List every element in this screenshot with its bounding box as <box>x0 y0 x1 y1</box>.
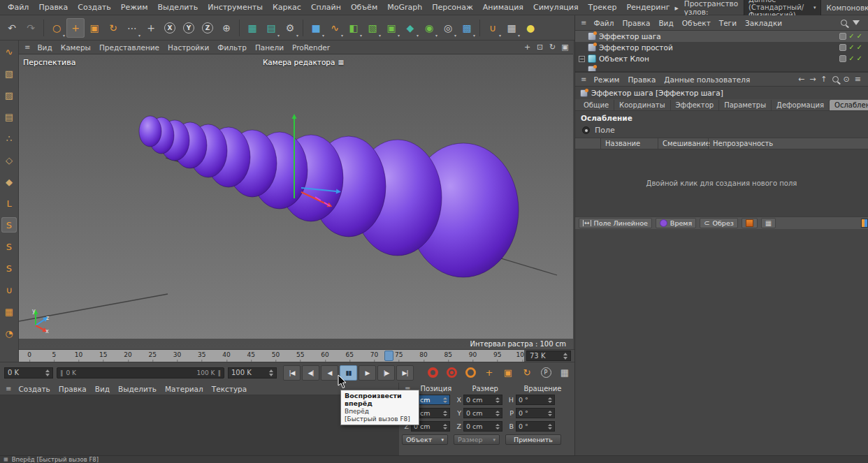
viewport-view-label[interactable]: Перспектива <box>23 58 75 67</box>
next-frame-button[interactable]: ▶ <box>359 365 376 381</box>
viewport-menu-6[interactable]: Панели <box>251 43 288 52</box>
key-scale-toggle[interactable]: ▣ <box>500 365 516 381</box>
menubar-item-2[interactable]: Правка <box>34 1 73 13</box>
prev-key-button[interactable]: ◀| <box>302 365 319 381</box>
timeline-playhead[interactable] <box>384 351 393 361</box>
menubar-item-1[interactable]: Файл <box>3 1 34 13</box>
y-axis-lock-button[interactable]: Y <box>180 18 198 38</box>
enabled-check[interactable]: ✓ <box>848 33 854 40</box>
search-icon[interactable] <box>832 76 839 82</box>
toggle-view-icon[interactable]: ▣ <box>560 43 570 52</box>
axis-mode-icon[interactable]: L <box>1 196 17 211</box>
volume-button[interactable]: ▩▾ <box>458 18 476 38</box>
coordinate-mode-select[interactable]: Объект ▾ <box>402 434 448 445</box>
redo-icon[interactable]: ↷ <box>22 18 40 38</box>
editor-camera-label[interactable]: Камера редактора ▦ <box>263 58 344 66</box>
attribute-menu-2[interactable]: Правка <box>623 75 660 84</box>
rotate-view-icon[interactable]: ↻ <box>547 43 558 52</box>
layer-chip[interactable] <box>839 33 846 40</box>
back-icon[interactable]: ← <box>798 75 804 84</box>
object-manager-burger-icon[interactable]: ≡ <box>578 19 589 27</box>
coord-field-rotation-H[interactable]: 0 ° <box>516 395 555 405</box>
edges-mode-icon[interactable]: ◇ <box>1 152 17 168</box>
object-menu-5[interactable]: Теги <box>715 18 741 28</box>
panel-edge-icon[interactable] <box>861 219 868 228</box>
last-tools-dropdown[interactable]: ⋯▾ <box>123 18 141 38</box>
range-end-field[interactable]: 100 K <box>228 367 277 379</box>
autokey-button[interactable] <box>443 365 460 381</box>
search-icon[interactable] <box>841 20 847 26</box>
magnet-icon[interactable]: ∪ <box>1 282 17 297</box>
viewport-menu-3[interactable]: Представление <box>95 43 164 52</box>
tab-falloff[interactable]: Координаты <box>614 100 670 110</box>
workplane-button[interactable]: ▦▾ <box>502 18 521 38</box>
interactive-render-lamp[interactable]: ● <box>521 18 540 38</box>
texture-mode-icon[interactable]: ▨ <box>1 87 17 103</box>
filter-icon[interactable] <box>853 20 860 25</box>
node-space-caret[interactable]: ▸ <box>674 3 678 12</box>
field-clamp-button[interactable]: ⊂Обрез <box>700 218 738 228</box>
field-extra-button[interactable]: ▦ <box>761 218 776 228</box>
character-button[interactable]: ◉▾ <box>420 18 438 38</box>
preview-range-slider[interactable]: ∥ 0 K 100 K ∥ <box>57 367 224 379</box>
tab-falloff[interactable]: Деформация <box>772 100 830 110</box>
apply-button[interactable]: Применить <box>505 434 561 445</box>
subdivision-surface-button[interactable]: ◧▾ <box>345 18 363 38</box>
attribute-menu-1[interactable]: Режим <box>589 75 623 84</box>
menubar-item-3[interactable]: Создать <box>73 1 116 13</box>
tab-active-falloff[interactable]: Ослабление <box>830 100 868 110</box>
field-linear-button[interactable]: ↔Поле Линейное <box>579 218 652 228</box>
spline-pen-button[interactable]: ∿▾ <box>326 18 344 38</box>
field-list-empty-area[interactable]: Двойной клик для создания нового поля <box>575 149 868 216</box>
viewport-menu-4[interactable]: Настройки <box>164 43 213 52</box>
viewport-menu-2[interactable]: Камеры <box>57 43 95 52</box>
deformer-button[interactable]: ▧▾ <box>363 18 382 38</box>
zoom-view-icon[interactable]: ⊡ <box>535 43 545 52</box>
layer-chip[interactable] <box>839 44 846 51</box>
coord-field-rotation-P[interactable]: 0 ° <box>516 408 555 418</box>
object-row-4[interactable] <box>575 64 868 73</box>
goto-start-button[interactable]: |◀ <box>283 365 301 381</box>
coord-field-rotation-B[interactable]: 0 ° <box>516 421 555 432</box>
pan-view-icon[interactable]: + <box>522 43 533 52</box>
key-parameter-toggle[interactable]: P <box>537 365 554 381</box>
move-tool[interactable]: + <box>66 18 85 38</box>
field-column-header-1[interactable]: Название <box>600 138 658 149</box>
panel-menu-icon[interactable]: ≡ <box>855 75 861 84</box>
menubar-item-8[interactable]: Сплайн <box>306 1 346 13</box>
quantize-mode-icon[interactable]: S <box>1 260 17 276</box>
range-end-spinner[interactable] <box>269 369 273 376</box>
size-mode-select[interactable]: Размер ▾ <box>454 434 500 445</box>
enabled-check-2[interactable]: ✓ <box>857 44 862 51</box>
render-settings-button[interactable]: ⚙▾ <box>281 18 299 38</box>
menubar-item-7[interactable]: Каркас <box>268 1 306 13</box>
object-row-1[interactable]: Эффектор шага✓✓ <box>575 31 868 42</box>
x-axis-lock-button[interactable]: X <box>161 18 179 38</box>
material-menu-1[interactable]: Создать <box>14 384 54 394</box>
material-menu-5[interactable]: Материал <box>161 384 208 394</box>
menubar-item-12[interactable]: Анимация <box>478 1 528 13</box>
snap-magnet-button[interactable]: ∪▾ <box>484 18 502 38</box>
coord-field-size-Z[interactable]: 0 cm <box>463 421 502 432</box>
next-key-button[interactable]: |▶ <box>377 365 395 381</box>
coord-field-size-Y[interactable]: 0 cm <box>463 408 502 418</box>
menubar-item-9[interactable]: Объём <box>346 1 382 13</box>
menubar-item-5[interactable]: Выделить <box>153 1 203 13</box>
field-spinner[interactable] <box>548 424 552 429</box>
field-spinner[interactable] <box>496 411 500 416</box>
object-row-3[interactable]: −Объект Клон✓✓ <box>575 53 868 64</box>
field-remap-button[interactable] <box>742 218 758 228</box>
viewport-menu-7[interactable]: ProRender <box>288 43 334 52</box>
object-menu-4[interactable]: Объект <box>678 18 715 28</box>
field-spinner[interactable] <box>548 411 552 416</box>
scale-tool[interactable]: ▣ <box>85 18 103 38</box>
tweak-mode-icon[interactable]: ◔ <box>1 325 17 341</box>
viewport-burger-icon[interactable]: ≡ <box>22 43 33 51</box>
prev-frame-button[interactable]: ◀ <box>321 365 338 381</box>
field-spinner[interactable] <box>443 397 447 403</box>
enabled-check[interactable]: ✓ <box>848 44 854 51</box>
up-icon[interactable]: ↑ <box>820 75 827 84</box>
range-grip-right[interactable]: ∥ <box>218 369 222 376</box>
snap-mode-icon[interactable]: S <box>1 239 17 254</box>
attribute-menu-3[interactable]: Данные пользователя <box>660 75 754 84</box>
